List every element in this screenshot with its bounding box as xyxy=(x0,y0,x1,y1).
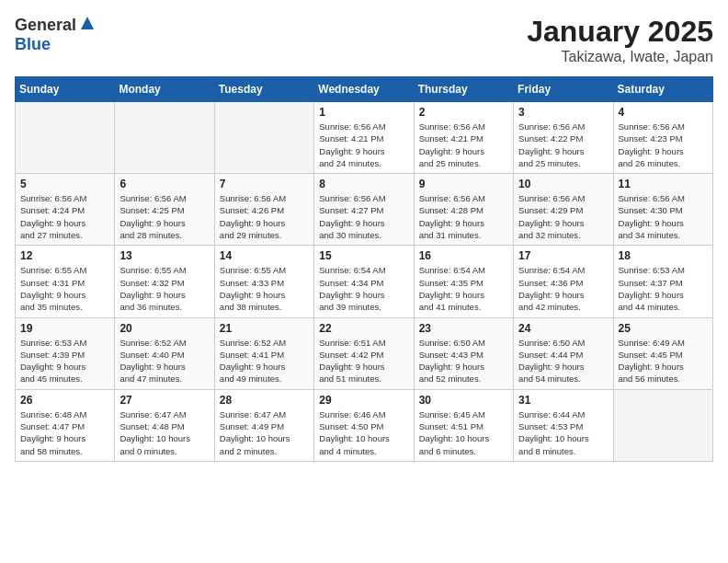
day-number: 28 xyxy=(220,394,309,407)
page-header: General Blue January 2025 Takizawa, Iwat… xyxy=(15,15,713,65)
day-info: Sunrise: 6:52 AM Sunset: 4:41 PM Dayligh… xyxy=(220,337,309,385)
day-info: Sunrise: 6:56 AM Sunset: 4:28 PM Dayligh… xyxy=(419,192,508,241)
day-number: 25 xyxy=(619,322,708,335)
day-info: Sunrise: 6:56 AM Sunset: 4:23 PM Dayligh… xyxy=(619,121,708,169)
day-info: Sunrise: 6:55 AM Sunset: 4:32 PM Dayligh… xyxy=(119,264,209,313)
day-info: Sunrise: 6:53 AM Sunset: 4:37 PM Dayligh… xyxy=(619,264,708,313)
day-number: 16 xyxy=(419,249,508,262)
day-info: Sunrise: 6:55 AM Sunset: 4:31 PM Dayligh… xyxy=(20,264,109,313)
calendar-cell: 31Sunrise: 6:44 AM Sunset: 4:53 PM Dayli… xyxy=(514,389,613,461)
calendar-cell: 20Sunrise: 6:52 AM Sunset: 4:40 PM Dayli… xyxy=(115,317,214,389)
calendar-cell: 25Sunrise: 6:49 AM Sunset: 4:45 PM Dayli… xyxy=(613,317,712,389)
weekday-header: Saturday xyxy=(613,77,712,102)
day-number: 5 xyxy=(20,178,109,190)
title-block: January 2025 Takizawa, Iwate, Japan xyxy=(527,15,713,65)
calendar-cell: 5Sunrise: 6:56 AM Sunset: 4:24 PM Daylig… xyxy=(16,174,115,246)
calendar-cell: 1Sunrise: 6:56 AM Sunset: 4:21 PM Daylig… xyxy=(314,102,414,174)
day-number: 29 xyxy=(319,394,408,407)
calendar-cell xyxy=(16,102,115,174)
day-info: Sunrise: 6:53 AM Sunset: 4:39 PM Dayligh… xyxy=(20,337,109,385)
calendar-cell: 23Sunrise: 6:50 AM Sunset: 4:43 PM Dayli… xyxy=(414,317,513,389)
calendar-cell: 4Sunrise: 6:56 AM Sunset: 4:23 PM Daylig… xyxy=(613,102,712,174)
day-info: Sunrise: 6:56 AM Sunset: 4:30 PM Dayligh… xyxy=(619,192,708,241)
day-info: Sunrise: 6:56 AM Sunset: 4:22 PM Dayligh… xyxy=(518,121,608,169)
calendar-cell xyxy=(115,102,214,174)
day-info: Sunrise: 6:56 AM Sunset: 4:21 PM Dayligh… xyxy=(319,121,408,169)
day-info: Sunrise: 6:48 AM Sunset: 4:47 PM Dayligh… xyxy=(20,408,109,457)
calendar-cell: 2Sunrise: 6:56 AM Sunset: 4:21 PM Daylig… xyxy=(414,102,513,174)
calendar-cell: 22Sunrise: 6:51 AM Sunset: 4:42 PM Dayli… xyxy=(314,317,414,389)
day-info: Sunrise: 6:47 AM Sunset: 4:48 PM Dayligh… xyxy=(119,408,209,457)
calendar-week-row: 12Sunrise: 6:55 AM Sunset: 4:31 PM Dayli… xyxy=(16,246,713,317)
day-info: Sunrise: 6:56 AM Sunset: 4:29 PM Dayligh… xyxy=(518,192,608,241)
day-info: Sunrise: 6:56 AM Sunset: 4:21 PM Dayligh… xyxy=(419,121,508,169)
day-info: Sunrise: 6:52 AM Sunset: 4:40 PM Dayligh… xyxy=(119,337,209,385)
day-info: Sunrise: 6:49 AM Sunset: 4:45 PM Dayligh… xyxy=(619,337,708,385)
day-info: Sunrise: 6:51 AM Sunset: 4:42 PM Dayligh… xyxy=(319,337,408,385)
day-number: 15 xyxy=(319,249,408,262)
day-number: 2 xyxy=(419,106,508,119)
day-number: 9 xyxy=(419,178,508,190)
weekday-header-row: SundayMondayTuesdayWednesdayThursdayFrid… xyxy=(16,77,713,102)
day-info: Sunrise: 6:56 AM Sunset: 4:27 PM Dayligh… xyxy=(319,192,408,241)
calendar-cell: 11Sunrise: 6:56 AM Sunset: 4:30 PM Dayli… xyxy=(613,174,712,246)
calendar-cell: 10Sunrise: 6:56 AM Sunset: 4:29 PM Dayli… xyxy=(514,174,613,246)
day-number: 21 xyxy=(220,322,309,335)
day-number: 18 xyxy=(619,249,708,262)
day-number: 6 xyxy=(119,178,209,190)
calendar-cell: 28Sunrise: 6:47 AM Sunset: 4:49 PM Dayli… xyxy=(214,389,313,461)
calendar-cell: 16Sunrise: 6:54 AM Sunset: 4:35 PM Dayli… xyxy=(414,246,513,317)
day-number: 19 xyxy=(20,322,109,335)
calendar-cell: 15Sunrise: 6:54 AM Sunset: 4:34 PM Dayli… xyxy=(314,246,414,317)
day-number: 26 xyxy=(20,394,109,407)
calendar-cell xyxy=(613,389,712,461)
day-number: 10 xyxy=(518,178,608,190)
logo: General Blue xyxy=(15,15,96,54)
calendar-cell: 7Sunrise: 6:56 AM Sunset: 4:26 PM Daylig… xyxy=(214,174,313,246)
calendar-week-row: 19Sunrise: 6:53 AM Sunset: 4:39 PM Dayli… xyxy=(16,317,713,389)
day-info: Sunrise: 6:55 AM Sunset: 4:33 PM Dayligh… xyxy=(220,264,309,313)
calendar-cell: 17Sunrise: 6:54 AM Sunset: 4:36 PM Dayli… xyxy=(514,246,613,317)
calendar-cell: 3Sunrise: 6:56 AM Sunset: 4:22 PM Daylig… xyxy=(514,102,613,174)
day-number: 11 xyxy=(619,178,708,190)
calendar-cell xyxy=(214,102,313,174)
day-number: 31 xyxy=(518,394,608,407)
calendar-cell: 26Sunrise: 6:48 AM Sunset: 4:47 PM Dayli… xyxy=(16,389,115,461)
day-number: 23 xyxy=(419,322,508,335)
calendar-cell: 24Sunrise: 6:50 AM Sunset: 4:44 PM Dayli… xyxy=(514,317,613,389)
calendar-cell: 9Sunrise: 6:56 AM Sunset: 4:28 PM Daylig… xyxy=(414,174,513,246)
calendar-title: January 2025 xyxy=(527,15,713,49)
day-info: Sunrise: 6:46 AM Sunset: 4:50 PM Dayligh… xyxy=(319,408,408,457)
day-number: 27 xyxy=(119,394,209,407)
day-number: 24 xyxy=(518,322,608,335)
calendar-subtitle: Takizawa, Iwate, Japan xyxy=(527,49,713,65)
calendar-week-row: 1Sunrise: 6:56 AM Sunset: 4:21 PM Daylig… xyxy=(16,102,713,174)
day-number: 3 xyxy=(518,106,608,119)
day-info: Sunrise: 6:54 AM Sunset: 4:36 PM Dayligh… xyxy=(518,264,608,313)
day-number: 30 xyxy=(419,394,508,407)
day-info: Sunrise: 6:45 AM Sunset: 4:51 PM Dayligh… xyxy=(419,408,508,457)
calendar-cell: 29Sunrise: 6:46 AM Sunset: 4:50 PM Dayli… xyxy=(314,389,414,461)
calendar-week-row: 26Sunrise: 6:48 AM Sunset: 4:47 PM Dayli… xyxy=(16,389,713,461)
calendar-week-row: 5Sunrise: 6:56 AM Sunset: 4:24 PM Daylig… xyxy=(16,174,713,246)
svg-marker-0 xyxy=(81,17,94,29)
day-info: Sunrise: 6:54 AM Sunset: 4:34 PM Dayligh… xyxy=(319,264,408,313)
weekday-header: Monday xyxy=(115,77,214,102)
day-info: Sunrise: 6:54 AM Sunset: 4:35 PM Dayligh… xyxy=(419,264,508,313)
day-number: 17 xyxy=(518,249,608,262)
weekday-header: Sunday xyxy=(16,77,115,102)
logo-general: General xyxy=(15,16,76,35)
day-number: 8 xyxy=(319,178,408,190)
day-number: 12 xyxy=(20,249,109,262)
day-number: 22 xyxy=(319,322,408,335)
calendar-cell: 12Sunrise: 6:55 AM Sunset: 4:31 PM Dayli… xyxy=(16,246,115,317)
day-info: Sunrise: 6:50 AM Sunset: 4:44 PM Dayligh… xyxy=(518,337,608,385)
calendar-cell: 13Sunrise: 6:55 AM Sunset: 4:32 PM Dayli… xyxy=(115,246,214,317)
weekday-header: Friday xyxy=(514,77,613,102)
weekday-header: Thursday xyxy=(414,77,513,102)
day-number: 1 xyxy=(319,106,408,119)
day-number: 4 xyxy=(619,106,708,119)
calendar-cell: 30Sunrise: 6:45 AM Sunset: 4:51 PM Dayli… xyxy=(414,389,513,461)
calendar-cell: 18Sunrise: 6:53 AM Sunset: 4:37 PM Dayli… xyxy=(613,246,712,317)
weekday-header: Wednesday xyxy=(314,77,414,102)
